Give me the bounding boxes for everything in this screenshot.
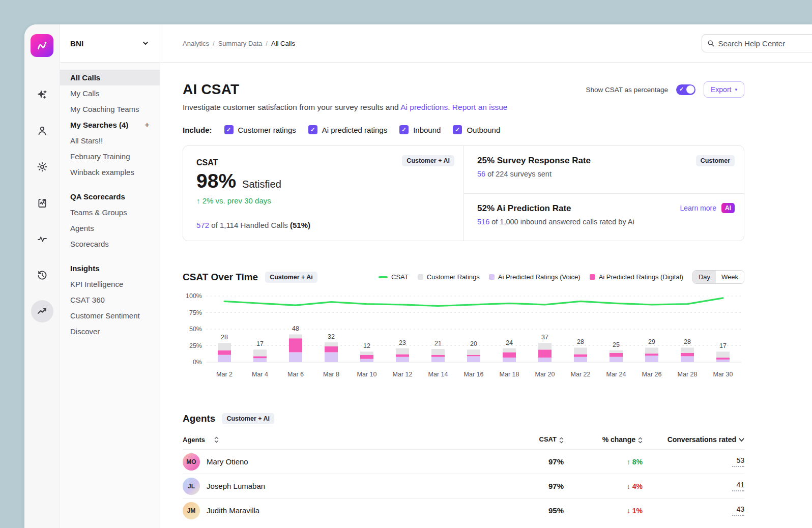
coaching-clipboard-icon[interactable] <box>31 192 53 214</box>
bar-segment[interactable] <box>503 353 516 358</box>
gear-icon[interactable] <box>31 156 53 178</box>
bar-segment[interactable] <box>396 354 409 357</box>
bar-segment[interactable] <box>574 347 587 354</box>
bar-segment[interactable] <box>431 349 445 355</box>
sidebar-item-my-searches-4[interactable]: My Searches (4)+ <box>60 117 160 133</box>
bar-segment[interactable] <box>574 357 587 362</box>
sidebar-item-february-training[interactable]: February Training <box>60 149 160 164</box>
filter-checkbox-outbound[interactable]: ✓Outbound <box>453 125 500 134</box>
breadcrumb-summary-data[interactable]: Summary Data <box>218 40 263 47</box>
bar-segment[interactable] <box>645 356 658 362</box>
bar-segment[interactable] <box>681 356 694 362</box>
bar-segment[interactable] <box>218 350 231 355</box>
bar-segment[interactable] <box>610 353 623 357</box>
bar-segment[interactable] <box>431 357 445 362</box>
bar-segment[interactable] <box>253 349 267 356</box>
bar-segment[interactable] <box>218 343 231 350</box>
search-input[interactable] <box>718 39 812 48</box>
bar-segment[interactable] <box>610 357 623 362</box>
bar-segment[interactable] <box>289 338 302 352</box>
bar-segment[interactable] <box>396 357 409 362</box>
bar-segment[interactable] <box>716 351 730 358</box>
bar-segment[interactable] <box>289 334 302 338</box>
bar-segment[interactable] <box>538 343 552 349</box>
bar-segment[interactable] <box>538 349 552 358</box>
column-header-conversations-rated[interactable]: Conversations rated <box>643 435 744 444</box>
column-header-agents[interactable]: Agents <box>183 436 498 444</box>
report-issue-link[interactable]: Report an issue <box>452 103 508 111</box>
table-row-judith-maravilla[interactable]: JMJudith Maravilla95%↓ 1%43 <box>183 498 744 522</box>
checkbox-icon[interactable]: ✓ <box>308 125 317 134</box>
sidebar-item-csat-360[interactable]: CSAT 360 <box>60 292 160 308</box>
bar-segment[interactable] <box>681 347 694 353</box>
sort-icon[interactable] <box>214 436 219 443</box>
checkbox-icon[interactable]: ✓ <box>224 125 234 134</box>
bar-segment[interactable] <box>467 349 480 355</box>
help-search-box[interactable] <box>702 34 812 52</box>
bar-segment[interactable] <box>325 342 338 346</box>
learn-more-link[interactable]: Learn more <box>680 204 716 212</box>
filter-checkbox-ai-predicted-ratings[interactable]: ✓Ai predicted ratings <box>308 125 387 134</box>
bar-segment[interactable] <box>610 350 623 353</box>
sidebar-item-kpi-intelligence[interactable]: KPI Intelligence <box>60 276 160 292</box>
bar-segment[interactable] <box>253 356 267 358</box>
toggle-option-week[interactable]: Week <box>716 271 744 283</box>
add-search-button[interactable]: + <box>144 120 150 130</box>
bar-segment[interactable] <box>645 347 658 354</box>
show-csat-toggle[interactable]: ✓ <box>676 84 695 95</box>
breadcrumb-analytics[interactable]: Analytics <box>183 40 209 47</box>
sort-icon[interactable] <box>638 437 643 444</box>
bar-segment[interactable] <box>645 354 658 356</box>
bar-segment[interactable] <box>360 359 373 363</box>
bar-segment[interactable] <box>325 353 338 363</box>
activity-icon[interactable] <box>31 228 53 250</box>
ai-predictions-link[interactable]: Ai predictions <box>400 103 448 111</box>
sidebar-item-winback-examples[interactable]: Winback examples <box>60 164 160 180</box>
sidebar-item-discover[interactable]: Discover <box>60 324 160 339</box>
analytics-trend-icon[interactable] <box>31 300 53 322</box>
sidebar-item-insights[interactable]: Insights <box>60 260 160 276</box>
bar-segment[interactable] <box>538 358 552 362</box>
bar-segment[interactable] <box>574 354 587 357</box>
bar-segment[interactable] <box>396 348 409 355</box>
bar-segment[interactable] <box>503 348 516 353</box>
table-row-mary-otieno[interactable]: MOMary Otieno97%↑ 8%53 <box>183 449 744 474</box>
sidebar-item-my-coaching-teams[interactable]: My Coaching Teams <box>60 101 160 117</box>
sidebar-item-all-calls[interactable]: All Calls <box>60 70 160 85</box>
bar-segment[interactable] <box>467 356 480 362</box>
sidebar-item-teams-groups[interactable]: Teams & Groups <box>60 204 160 220</box>
bar-segment[interactable] <box>467 355 480 357</box>
checkbox-icon[interactable]: ✓ <box>399 125 409 134</box>
bar-segment[interactable] <box>218 355 231 362</box>
bar-segment[interactable] <box>503 358 516 362</box>
toggle-option-day[interactable]: Day <box>693 271 716 283</box>
column-header-change[interactable]: % change <box>564 435 643 444</box>
sidebar-item-customer-sentiment[interactable]: Customer Sentiment <box>60 308 160 324</box>
bar-segment[interactable] <box>431 355 445 357</box>
filter-checkbox-inbound[interactable]: ✓Inbound <box>399 125 441 134</box>
bar-segment[interactable] <box>360 351 373 355</box>
sparkles-icon[interactable] <box>31 83 53 106</box>
workspace-switcher[interactable]: BNI <box>60 24 160 63</box>
filter-checkbox-customer-ratings[interactable]: ✓Customer ratings <box>224 125 296 134</box>
handled-calls-link[interactable]: 572 <box>196 221 209 229</box>
bar-segment[interactable] <box>360 355 373 359</box>
sort-icon[interactable] <box>559 437 564 444</box>
bar-segment[interactable] <box>716 358 730 360</box>
history-icon[interactable] <box>31 264 53 286</box>
surveys-link[interactable]: 56 <box>477 170 485 178</box>
checkbox-icon[interactable]: ✓ <box>453 125 462 134</box>
sort-desc-icon[interactable] <box>739 438 744 442</box>
bar-segment[interactable] <box>716 360 730 362</box>
bar-segment[interactable] <box>325 346 338 353</box>
person-icon[interactable] <box>31 120 53 142</box>
rated-calls-link[interactable]: 516 <box>477 218 489 226</box>
bar-segment[interactable] <box>253 358 267 362</box>
sidebar-item-qa-scorecards[interactable]: QA Scorecards <box>60 189 160 204</box>
sidebar-item-agents[interactable]: Agents <box>60 220 160 236</box>
table-row-joseph-lumaban[interactable]: JLJoseph Lumaban97%↓ 4%41 <box>183 474 744 498</box>
sidebar-item-scorecards[interactable]: Scorecards <box>60 236 160 252</box>
column-header-csat[interactable]: CSAT <box>498 435 564 443</box>
csat-line[interactable] <box>224 298 723 306</box>
bar-segment[interactable] <box>289 353 302 363</box>
